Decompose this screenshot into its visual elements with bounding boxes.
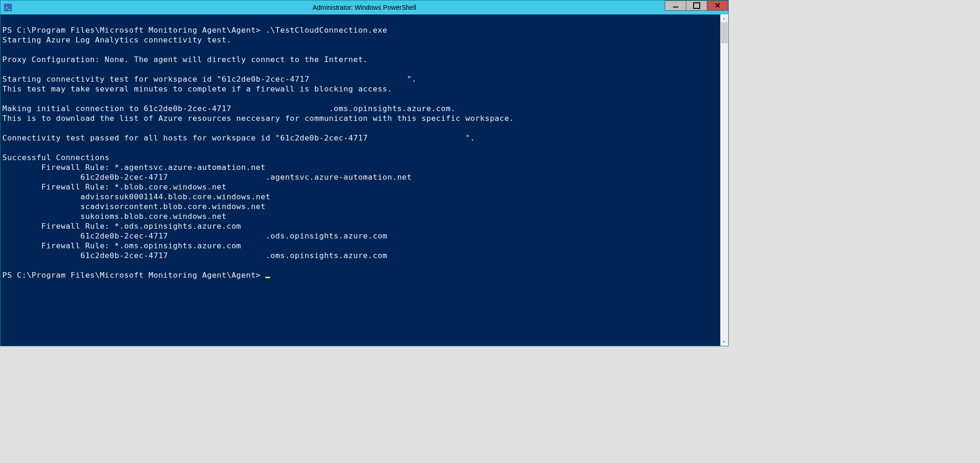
terminal-line: Firewall Rule: *.oms.opinsights.azure.co…: [2, 241, 726, 251]
terminal-line: Firewall Rule: *.blob.core.windows.net: [2, 182, 726, 192]
powershell-window: Administrator: Windows PowerShell ✕ PS C…: [0, 0, 729, 346]
minimize-button[interactable]: [665, 0, 686, 11]
terminal-line: 61c2de0b-2cec-4717 .agentsvc.azure-autom…: [2, 172, 726, 182]
terminal-blank: [2, 94, 726, 104]
terminal-line: Firewall Rule: *.agentsvc.azure-automati…: [2, 162, 726, 172]
terminal-line: Making initial connection to 61c2de0b-2c…: [2, 104, 726, 113]
terminal-content[interactable]: PS C:\Program Files\Microsoft Monitoring…: [0, 14, 728, 346]
cursor: [265, 277, 270, 278]
terminal-blank: [2, 123, 726, 133]
terminal-line: scadvisorcontent.blob.core.windows.net: [2, 202, 726, 211]
terminal-blank: [2, 260, 726, 270]
terminal-line: Connectivity test passed for all hosts f…: [2, 133, 726, 143]
terminal-line: 61c2de0b-2cec-4717 .ods.opinsights.azure…: [2, 231, 726, 241]
terminal-line: Starting Azure Log Analytics connectivit…: [2, 35, 726, 45]
close-button[interactable]: ✕: [707, 0, 728, 11]
powershell-icon: [4, 4, 12, 11]
terminal-line: Firewall Rule: *.ods.opinsights.azure.co…: [2, 221, 726, 231]
terminal-line: Successful Connections: [2, 153, 726, 162]
terminal-line: Proxy Configuration: None. The agent wil…: [2, 55, 726, 64]
maximize-button[interactable]: [686, 0, 707, 11]
terminal-line: Starting connectivity test for workspace…: [2, 74, 726, 84]
scrollbar[interactable]: ▴ ▾: [720, 14, 728, 346]
terminal-blank: [2, 45, 726, 55]
terminal-blank: [2, 143, 726, 153]
terminal-line: PS C:\Program Files\Microsoft Monitoring…: [2, 25, 726, 35]
terminal-line: This is to download the list of Azure re…: [2, 113, 726, 123]
titlebar[interactable]: Administrator: Windows PowerShell ✕: [0, 0, 728, 14]
terminal-prompt: PS C:\Program Files\Microsoft Monitoring…: [2, 271, 265, 280]
window-controls: ✕: [665, 0, 728, 11]
scroll-down-button[interactable]: ▾: [720, 338, 728, 346]
scroll-up-button[interactable]: ▴: [720, 14, 728, 22]
scroll-thumb[interactable]: [721, 22, 728, 43]
window-title: Administrator: Windows PowerShell: [312, 4, 416, 11]
terminal-line: 61c2de0b-2cec-4717 .oms.opinsights.azure…: [2, 251, 726, 260]
terminal-blank: [2, 64, 726, 74]
terminal-line: sukoioms.blob.core.windows.net: [2, 211, 726, 221]
terminal-line: This test may take several minutes to co…: [2, 84, 726, 94]
terminal-line: advisorsuk0001144.blob.core.windows.net: [2, 192, 726, 202]
